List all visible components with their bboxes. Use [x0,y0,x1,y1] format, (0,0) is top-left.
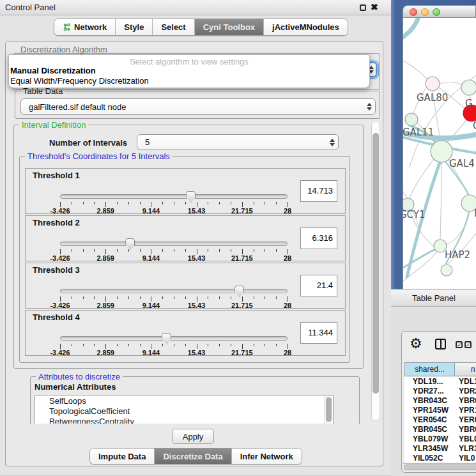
table-cell[interactable]: YBR043C [404,396,455,406]
table-cell[interactable]: YDL19... [404,377,455,387]
network-node[interactable] [461,80,476,95]
tab-label: Network [74,22,107,32]
slider-track[interactable] [60,289,288,293]
table-cell[interactable]: YLR3 [455,444,476,454]
settings-scrollbar[interactable] [371,121,380,421]
node-label: HAP2 [445,249,470,261]
table-cell[interactable]: YBR045C [404,425,455,434]
table-row[interactable]: YER054CYER0 [404,415,476,425]
table-row[interactable]: YIL052CYIL0 [404,454,476,463]
float-window-icon[interactable] [360,4,366,11]
table-hscrollbar[interactable] [403,463,476,471]
table-cell[interactable]: YBR0 [455,425,476,434]
threshold-value-field[interactable]: 6.316 [300,227,337,249]
minimize-window-icon[interactable] [421,8,429,16]
network-canvas[interactable]: GAL80G.GAL11CGAL4GCY1HHAP2 [403,18,476,289]
tab-select[interactable]: Select [153,19,194,35]
slider-track[interactable] [60,194,288,199]
list-item[interactable]: TopologicalCoefficient [35,406,333,416]
table-row[interactable]: YBR043CYBR0 [404,396,476,406]
checkbox-icon[interactable]: ✓ [464,341,472,348]
table-cell[interactable]: YPR145W [404,406,455,415]
table-row[interactable]: YLR345WYLR3 [404,444,476,454]
table-row[interactable]: YDL19...YDL1 [404,377,476,387]
tick-label: 9.144 [142,207,160,215]
close-window-icon[interactable] [410,8,417,16]
table-cell[interactable]: YLR345W [404,444,455,454]
table-row[interactable]: YBL079WYBL0 [404,434,476,444]
dropdown-hint: Select algorithm to view settings [9,55,369,65]
network-node[interactable] [441,265,452,276]
threshold-value-field[interactable]: 21.4 [300,275,337,296]
table-cell[interactable]: YDL1 [455,377,476,387]
scrollbar-thumb[interactable] [404,464,476,470]
dropdown-option-equal-width-frequency[interactable]: Equal Width/Frequency Discretization [9,75,369,86]
combo-arrows-icon[interactable] [326,135,338,150]
column-header-name[interactable]: n [455,362,476,376]
tab-label: jActiveMNodules [272,22,339,32]
slider-handle[interactable] [125,238,135,250]
gear-icon[interactable]: ⚙ [410,335,422,352]
slider-handle[interactable] [162,333,171,344]
table-cell[interactable]: YDR27... [404,387,455,396]
slider-track[interactable] [60,242,288,246]
table-cell[interactable]: YER054C [404,415,455,425]
threshold-slider[interactable] [60,194,288,199]
network-node[interactable] [405,113,418,126]
table-row[interactable]: YDR27...YDR2 [404,387,476,396]
scrollbar-thumb[interactable] [326,397,332,422]
dropdown-option-manual-discretization[interactable]: Manual Discretization [9,65,369,75]
list-item[interactable]: BetweennessCentrality [35,416,333,424]
columns-icon[interactable] [435,339,446,349]
table-cell[interactable]: YIL0 [455,454,475,463]
table-cell[interactable]: YBL0 [455,434,476,444]
tab-jactivemnodules[interactable]: jActiveMNodules [264,19,348,35]
network-window-titlebar[interactable] [403,5,476,18]
network-edge-teal [403,18,419,38]
threshold-slider[interactable] [60,289,288,294]
slider-handle[interactable] [186,191,196,203]
tab-cyni-toolbox[interactable]: Cyni Toolbox [195,19,264,35]
threshold-slider[interactable] [60,242,288,247]
apply-button[interactable]: Apply [172,429,214,444]
table-cell[interactable]: YER0 [455,415,476,425]
cyni-mode-tab-bar: Impute DataDiscretize DataInfer Network [89,448,302,464]
table-cell[interactable]: YBL079W [404,434,455,444]
combo-arrows-icon[interactable] [364,99,375,114]
table-data-combo[interactable]: galFiltered.sif default node [20,98,376,115]
table-cell[interactable]: YIL052C [404,454,455,463]
tab-network[interactable]: Network [54,19,116,35]
slider-tick-labels: -3.4262.8599.14415.4321.71528 [60,349,288,357]
thresholds-group-title: Threshold's Coordinates for 5 Intervals [25,151,173,161]
tab-impute-data[interactable]: Impute Data [90,449,155,464]
checkbox-icon[interactable]: ✓ [456,341,463,348]
table-cell[interactable]: YDR2 [455,387,476,396]
list-item[interactable]: SelfLoops [35,395,333,406]
tick-label: 21.715 [231,207,253,215]
toolbox-tab-bar: NetworkStyleSelectCyni ToolboxjActiveMNo… [54,19,348,36]
settings-panel: Select algorithm to view settings Manual… [5,41,383,466]
slider-tick-labels: -3.4262.8599.14415.4321.71528 [60,302,288,309]
network-node[interactable] [426,77,440,91]
table-cell[interactable]: YBR0 [455,396,476,406]
close-icon[interactable]: ✖ [371,2,378,12]
tab-discretize-data[interactable]: Discretize Data [155,449,231,464]
threshold-value-field[interactable]: 11.344 [300,322,337,344]
zoom-window-icon[interactable] [433,8,440,16]
list-scrollbar[interactable] [324,396,332,424]
threshold-slider[interactable] [60,336,288,341]
tick-label: -3.426 [50,302,70,309]
table-cell[interactable]: YPR1 [455,406,476,415]
tab-infer-network[interactable]: Infer Network [232,449,302,464]
threshold-value-field[interactable]: 14.713 [300,180,337,202]
tick-label: 2.859 [96,302,114,309]
table-row[interactable]: YPR145WYPR1 [404,406,476,415]
column-header-shared-name[interactable]: shared... [404,362,455,376]
tab-style[interactable]: Style [116,19,153,35]
slider-handle[interactable] [234,286,244,297]
number-of-intervals-combo[interactable]: 5 [137,134,339,150]
table-row[interactable]: YBR045CYBR0 [404,425,476,434]
settings-viewport: Interval Definition Number of Intervals … [10,119,369,424]
scrollbar-thumb[interactable] [372,133,379,394]
slider-track[interactable] [60,336,288,341]
